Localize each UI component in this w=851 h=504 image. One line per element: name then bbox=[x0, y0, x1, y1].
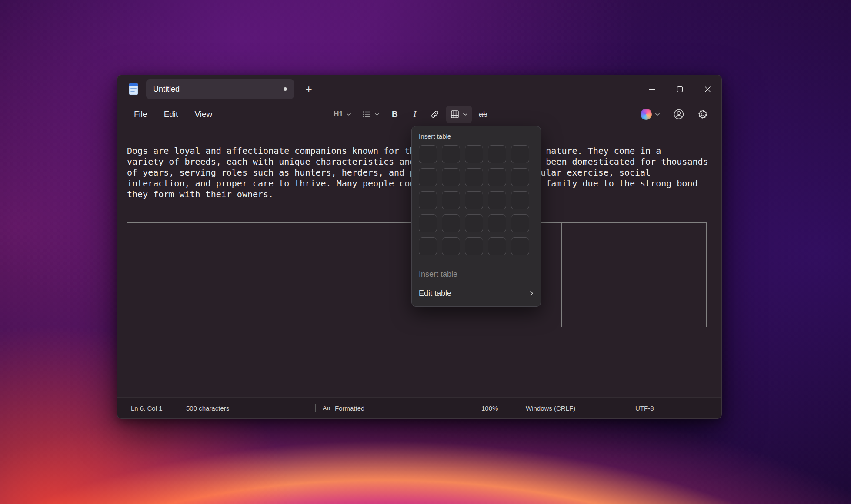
close-button[interactable] bbox=[694, 75, 721, 103]
heading-style-button[interactable]: H1 bbox=[330, 106, 355, 123]
table-cell[interactable] bbox=[127, 275, 272, 301]
strikethrough-button[interactable]: ab bbox=[474, 106, 492, 123]
table-size-cell[interactable] bbox=[419, 145, 437, 163]
status-formatted: Formatted bbox=[335, 405, 364, 412]
insert-table-button[interactable] bbox=[446, 106, 472, 123]
formatting-toolbar: H1 bbox=[330, 106, 492, 123]
formatted-aa-icon: Aa bbox=[323, 405, 330, 411]
table-cell[interactable] bbox=[127, 223, 272, 249]
table-size-cell[interactable] bbox=[442, 191, 460, 209]
window-controls bbox=[638, 75, 721, 103]
desktop-wallpaper: Untitled + File Edit View bbox=[0, 0, 851, 504]
status-characters: 500 characters bbox=[186, 405, 229, 412]
table-size-cell[interactable] bbox=[488, 168, 506, 186]
copilot-icon bbox=[641, 109, 652, 120]
unsaved-indicator-icon bbox=[284, 87, 287, 91]
table-size-cell[interactable] bbox=[442, 145, 460, 163]
copilot-button[interactable] bbox=[637, 106, 664, 123]
bold-label: B bbox=[392, 109, 398, 119]
tab-untitled[interactable]: Untitled bbox=[146, 79, 294, 99]
status-separator bbox=[315, 404, 316, 412]
notepad-window: Untitled + File Edit View bbox=[117, 75, 722, 419]
table-size-cell[interactable] bbox=[465, 237, 483, 255]
table-cell[interactable] bbox=[562, 301, 707, 327]
table-size-cell[interactable] bbox=[465, 145, 483, 163]
table-size-cell[interactable] bbox=[488, 237, 506, 255]
status-bar: Ln 6, Col 1 500 characters Aa Formatted … bbox=[117, 397, 721, 418]
table-size-cell[interactable] bbox=[488, 145, 506, 163]
gear-icon bbox=[697, 109, 708, 119]
status-zoom: 100% bbox=[481, 405, 498, 412]
table-size-cell[interactable] bbox=[419, 237, 437, 255]
flyout-divider bbox=[412, 262, 541, 262]
table-size-cell[interactable] bbox=[465, 214, 483, 232]
link-button[interactable] bbox=[426, 106, 444, 123]
notepad-app-icon bbox=[126, 82, 141, 96]
account-button[interactable] bbox=[669, 106, 688, 123]
table-cell[interactable] bbox=[562, 249, 707, 275]
list-button[interactable] bbox=[358, 106, 384, 123]
table-size-cell[interactable] bbox=[442, 168, 460, 186]
avatar-icon bbox=[673, 109, 684, 120]
table-size-cell[interactable] bbox=[419, 168, 437, 186]
chevron-down-icon bbox=[374, 113, 380, 116]
table-cell[interactable] bbox=[127, 249, 272, 275]
heading-style-label: H1 bbox=[334, 110, 343, 119]
table-cell[interactable] bbox=[272, 275, 417, 301]
table-size-cell[interactable] bbox=[511, 214, 529, 232]
flyout-header: Insert table bbox=[412, 133, 541, 140]
table-size-cell[interactable] bbox=[465, 168, 483, 186]
toolbar: File Edit View H1 bbox=[117, 103, 721, 126]
chevron-down-icon bbox=[655, 113, 660, 116]
table-size-cell[interactable] bbox=[511, 237, 529, 255]
table-size-cell[interactable] bbox=[419, 214, 437, 232]
tab-title: Untitled bbox=[153, 85, 180, 94]
submenu-chevron-icon bbox=[530, 290, 534, 296]
chevron-down-icon bbox=[346, 113, 351, 116]
status-line-col: Ln 6, Col 1 bbox=[131, 405, 163, 412]
table-size-cell[interactable] bbox=[442, 237, 460, 255]
table-cell[interactable] bbox=[127, 301, 272, 327]
table-cell[interactable] bbox=[272, 223, 417, 249]
maximize-button[interactable] bbox=[666, 75, 694, 103]
bold-button[interactable]: B bbox=[386, 106, 404, 123]
toolbar-right-group bbox=[637, 106, 712, 123]
table-cell[interactable] bbox=[272, 301, 417, 327]
chevron-down-icon bbox=[463, 113, 468, 116]
status-separator bbox=[473, 404, 473, 412]
status-line-ending: Windows (CRLF) bbox=[526, 405, 575, 412]
table-cell[interactable] bbox=[562, 275, 707, 301]
table-size-cell[interactable] bbox=[511, 168, 529, 186]
insert-table-label: Insert table bbox=[419, 270, 457, 279]
table-cell[interactable] bbox=[562, 223, 707, 249]
table-size-cell[interactable] bbox=[488, 214, 506, 232]
table-size-grid bbox=[412, 145, 541, 255]
table-cell[interactable] bbox=[272, 249, 417, 275]
settings-button[interactable] bbox=[694, 106, 712, 123]
italic-button[interactable]: I bbox=[406, 106, 424, 123]
insert-table-flyout: Insert table Insert table Edit table bbox=[411, 126, 541, 307]
menu-view[interactable]: View bbox=[187, 106, 219, 122]
menu-edit[interactable]: Edit bbox=[157, 106, 185, 122]
table-icon bbox=[450, 109, 460, 119]
menu-item-edit-table[interactable]: Edit table bbox=[412, 284, 541, 303]
title-bar: Untitled + bbox=[117, 75, 721, 103]
table-size-cell[interactable] bbox=[465, 191, 483, 209]
table-size-cell[interactable] bbox=[419, 191, 437, 209]
edit-table-label: Edit table bbox=[419, 289, 451, 298]
table-size-cell[interactable] bbox=[511, 145, 529, 163]
link-icon bbox=[430, 109, 440, 119]
status-separator bbox=[519, 404, 519, 412]
menu-file[interactable]: File bbox=[127, 106, 154, 122]
status-separator bbox=[177, 404, 177, 412]
table-size-cell[interactable] bbox=[488, 191, 506, 209]
new-tab-button[interactable]: + bbox=[300, 80, 317, 98]
table-size-cell[interactable] bbox=[511, 191, 529, 209]
strikethrough-label: ab bbox=[479, 110, 487, 119]
bullet-list-icon bbox=[362, 109, 371, 119]
menu-item-insert-table[interactable]: Insert table bbox=[412, 265, 541, 284]
table-size-cell[interactable] bbox=[442, 214, 460, 232]
status-encoding: UTF-8 bbox=[635, 405, 654, 412]
italic-label: I bbox=[414, 109, 416, 119]
minimize-button[interactable] bbox=[638, 75, 666, 103]
